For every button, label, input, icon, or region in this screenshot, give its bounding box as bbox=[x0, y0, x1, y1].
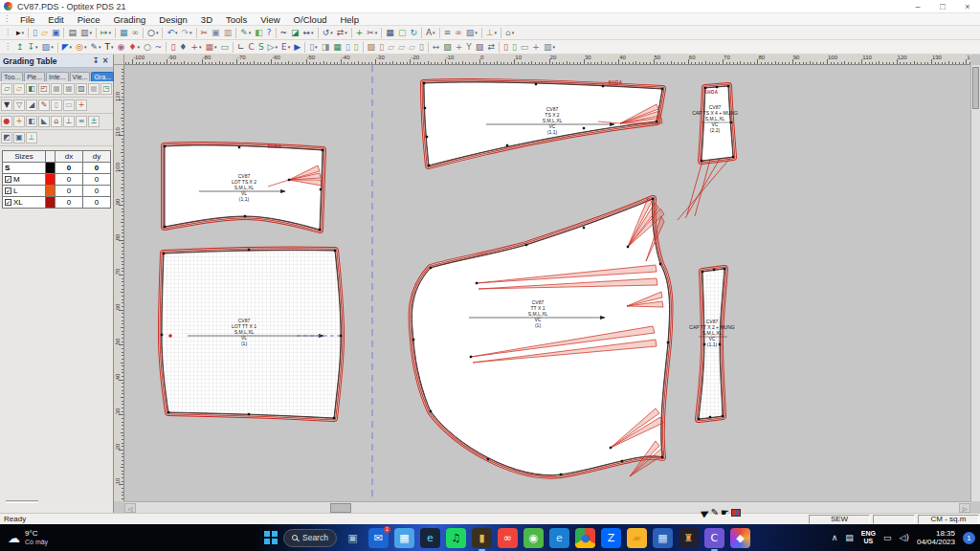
task-view-icon[interactable]: ▣ bbox=[343, 528, 363, 548]
save-file-icon[interactable]: ▣ bbox=[50, 27, 62, 39]
print-icon[interactable]: ▤ bbox=[66, 27, 78, 39]
size-row-xl[interactable]: ✓XL bbox=[3, 197, 45, 208]
diag-grading-icon[interactable]: ◩ bbox=[1, 132, 12, 143]
corner-grading-icon[interactable]: ◧ bbox=[26, 116, 37, 127]
avatar-tool-icon[interactable]: A▾ bbox=[424, 27, 437, 39]
panel-tab-inte[interactable]: Inte... bbox=[46, 72, 69, 81]
menu-view[interactable]: View bbox=[254, 14, 286, 25]
folder-3-icon[interactable]: ▱ bbox=[407, 41, 417, 54]
maximize-button[interactable]: □ bbox=[930, 0, 955, 12]
cross-arrows-icon[interactable]: + bbox=[454, 41, 465, 54]
file-explorer-icon[interactable]: ▰ bbox=[627, 528, 647, 548]
pin-point-tool-icon[interactable]: ♦▾ bbox=[126, 41, 142, 54]
folder-1-icon[interactable]: ▱ bbox=[386, 41, 396, 54]
edit-grading-icon[interactable]: ✎ bbox=[38, 99, 50, 111]
dx-cell[interactable]: 0 bbox=[56, 197, 82, 208]
export-file-icon[interactable]: ↦▾ bbox=[99, 27, 113, 39]
network-icon[interactable]: ▭ bbox=[883, 533, 892, 542]
width-tool-icon[interactable]: ↔ bbox=[431, 41, 442, 54]
seam-tool-icon[interactable]: ≡ bbox=[442, 27, 454, 39]
doc-green-icon[interactable]: ▯ bbox=[510, 41, 519, 54]
scroll-left-icon[interactable]: ◁ bbox=[124, 503, 136, 513]
glasses-3d-icon[interactable]: ∞ bbox=[453, 27, 464, 39]
touch-keyboard-icon[interactable]: ▤ bbox=[845, 533, 854, 542]
language-switcher[interactable]: ENGUS bbox=[861, 530, 876, 545]
gauge-grading-icon[interactable]: ± bbox=[88, 116, 100, 127]
ink-tool-icon[interactable]: ♦ bbox=[177, 41, 189, 54]
mail-icon[interactable]: ✉1 bbox=[368, 528, 389, 548]
ramp-grading-icon[interactable]: ◢ bbox=[26, 99, 37, 111]
delete-tool-icon[interactable]: ▯ bbox=[168, 41, 177, 54]
rotate-c-tool-icon[interactable]: C bbox=[247, 41, 256, 54]
folder-2-icon[interactable]: ▱ bbox=[396, 41, 407, 54]
start-button[interactable] bbox=[264, 531, 278, 544]
grading-gray-1-icon[interactable]: ▦ bbox=[51, 83, 62, 95]
notification-badge[interactable]: 1 bbox=[963, 532, 975, 544]
home-grading-icon[interactable]: ⌂ bbox=[51, 116, 62, 127]
dx-cell[interactable]: 0 bbox=[56, 186, 82, 196]
weather-widget[interactable]: ☁ 9°CCó mây bbox=[8, 524, 48, 551]
zalo-icon[interactable]: Z bbox=[601, 528, 621, 548]
nav-arrows-icon[interactable]: ⇄ bbox=[485, 41, 497, 54]
edit-tool-icon[interactable]: ✎▾ bbox=[238, 27, 253, 39]
size-row-l[interactable]: ✓L bbox=[3, 186, 45, 196]
sew-toggle[interactable]: SEW bbox=[809, 515, 870, 524]
menu-edit[interactable]: Edit bbox=[41, 14, 70, 25]
pattern-drawing-canvas[interactable]: CV87LOT TS X 2S,M,L,XLVL(1,1)CV87LOT TT … bbox=[124, 65, 970, 501]
table-tool-icon[interactable]: ▦ bbox=[384, 27, 396, 39]
pin-2-icon[interactable]: ◨ bbox=[320, 41, 332, 54]
photo-tool-icon[interactable]: ▨ bbox=[366, 41, 378, 54]
panel-resize-grip[interactable] bbox=[6, 500, 38, 503]
plus-grading-icon[interactable]: + bbox=[76, 99, 87, 111]
color-fill-icon[interactable]: ◧ bbox=[253, 27, 265, 39]
e-shape-tool-icon[interactable]: E▾ bbox=[279, 41, 292, 54]
image-export-icon[interactable]: ▥▾ bbox=[542, 41, 557, 54]
cut-icon[interactable]: ✂ bbox=[199, 27, 211, 39]
select-tool-icon[interactable]: ▸▾ bbox=[14, 27, 26, 39]
size-row-s[interactable]: S bbox=[3, 163, 45, 173]
swatch-tool-icon[interactable]: ◪ bbox=[289, 27, 301, 39]
chart-2-icon[interactable]: ▧ bbox=[474, 41, 486, 54]
close-button[interactable]: × bbox=[955, 0, 980, 12]
panel-tab-too[interactable]: Too... bbox=[1, 72, 23, 81]
point-grading-icon[interactable]: ● bbox=[1, 116, 12, 127]
doc-grading-icon[interactable]: ▯ bbox=[51, 99, 62, 111]
dy-cell[interactable]: 0 bbox=[83, 197, 110, 208]
grading-gray-3-icon[interactable]: ▦ bbox=[88, 83, 100, 95]
axis-grading-icon[interactable]: ⊥ bbox=[26, 132, 37, 143]
menu-file[interactable]: File bbox=[13, 14, 41, 25]
curve-tool-icon[interactable]: ~ bbox=[278, 27, 290, 39]
lasso-tool-icon[interactable]: ○ bbox=[142, 41, 153, 54]
scroll-right-icon[interactable]: ▷ bbox=[959, 503, 970, 513]
open-file-icon[interactable]: ▱ bbox=[39, 27, 50, 39]
redo-icon[interactable]: ↷▾ bbox=[180, 27, 194, 39]
calculator-icon[interactable]: ▦ bbox=[653, 528, 673, 548]
size-row-m[interactable]: ✓M bbox=[3, 174, 45, 185]
vertical-scrollbar-thumb[interactable] bbox=[972, 67, 979, 109]
pin-tool-icon[interactable]: + bbox=[354, 27, 366, 39]
text-tool-icon[interactable]: T▾ bbox=[103, 41, 116, 54]
units-field[interactable]: CM - sq.m bbox=[918, 515, 979, 524]
dx-cell[interactable]: 0 bbox=[56, 163, 82, 173]
check-grading-icon[interactable]: ▣ bbox=[13, 132, 25, 143]
flag-tool-icon[interactable]: ◤▾ bbox=[60, 41, 74, 54]
help-tool-icon[interactable]: ? bbox=[265, 27, 274, 39]
paste-icon[interactable]: ▥ bbox=[222, 27, 234, 39]
new-piece-icon[interactable]: ▢ bbox=[396, 27, 409, 39]
chrome-icon[interactable]: ● bbox=[575, 528, 595, 548]
marquee-tool-icon[interactable]: ▭ bbox=[219, 41, 232, 54]
size-checkbox[interactable]: ✓ bbox=[5, 187, 11, 194]
flip-tool-icon[interactable]: ⇄▾ bbox=[335, 27, 349, 39]
copy-icon[interactable]: ▣ bbox=[210, 27, 222, 39]
ruler-tool-icon[interactable]: ↔▾ bbox=[301, 27, 316, 39]
pin-icon[interactable]: ↧ bbox=[91, 56, 100, 65]
size-checkbox[interactable]: ✓ bbox=[5, 176, 11, 183]
dy-cell[interactable]: 0 bbox=[83, 174, 110, 185]
print-preview-icon[interactable]: ▥▾ bbox=[78, 27, 94, 39]
sync-tool-icon[interactable]: ↻ bbox=[408, 27, 419, 39]
select-grading-icon[interactable]: ▨ bbox=[76, 83, 87, 95]
anydesk-icon[interactable]: ∞ bbox=[498, 528, 518, 548]
preview-image-icon[interactable]: ▨▾ bbox=[40, 41, 56, 54]
move-point-tool-icon[interactable]: +▾ bbox=[189, 41, 203, 54]
edge-icon[interactable]: e bbox=[549, 528, 569, 548]
